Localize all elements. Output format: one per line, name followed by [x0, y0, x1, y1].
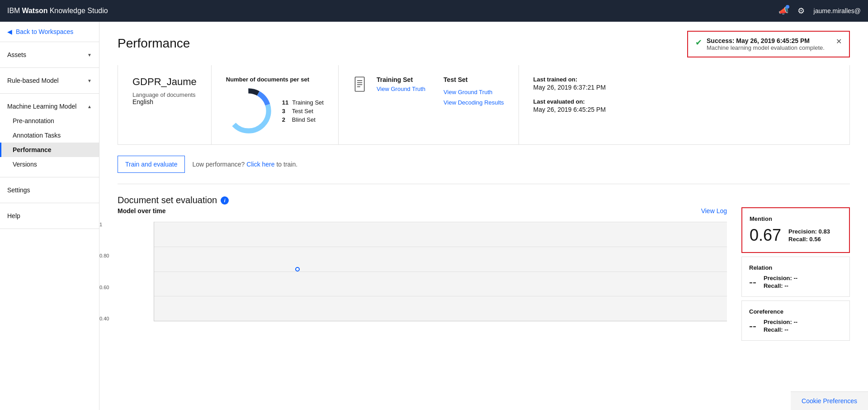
sidebar-item-pre-annotation[interactable]: Pre-annotation: [0, 114, 99, 128]
relation-type-label: Relation: [749, 264, 842, 271]
coreference-recall: Recall: --: [764, 326, 797, 333]
train-section: Train and evaluate Low performance? Clic…: [118, 156, 850, 173]
sidebar-section-rule-model: Rule-based Model ▼: [0, 68, 99, 94]
last-trained-value: May 26, 2019 6:37:21 PM: [533, 84, 606, 91]
coreference-details: Precision: -- Recall: --: [764, 319, 797, 333]
chart-wrapper: [154, 222, 727, 321]
test-set-view-decoding-link[interactable]: View Decoding Results: [443, 99, 504, 106]
chart-area: Model over time View Log Score 1 0.80 0.…: [118, 207, 727, 344]
legend-training-label: Training Set: [292, 99, 324, 106]
legend-blind-label: Blind Set: [292, 116, 316, 123]
test-set-title: Test Set: [443, 76, 504, 83]
click-here-link[interactable]: Click here: [246, 161, 274, 168]
legend-test: 3 Test Set: [282, 108, 324, 114]
relation-score: --: [749, 276, 756, 288]
user-name: jaume.miralles@: [814, 7, 861, 14]
rule-model-label: Rule-based Model: [7, 77, 59, 84]
eval-title-text: Document set evaluation: [118, 195, 217, 205]
grid-line-1: [154, 222, 727, 222]
relation-details: Precision: -- Recall: --: [764, 275, 797, 289]
dates-section: Last trained on: May 26, 2019 6:37:21 PM…: [519, 65, 620, 144]
back-to-workspaces[interactable]: ◀ Back to Workspaces: [0, 22, 99, 42]
sidebar-help-title[interactable]: Help: [0, 209, 99, 223]
versions-label: Versions: [13, 161, 37, 168]
relation-precision-value: --: [793, 275, 797, 281]
coreference-metric-card: Coreference -- Precision: -- Recall: --: [741, 300, 850, 341]
eval-layout: Model over time View Log Score 1 0.80 0.…: [118, 207, 850, 344]
relation-recall: Recall: --: [764, 282, 797, 289]
docs-donut-chart: [226, 88, 271, 133]
last-trained-label: Last trained on:: [533, 76, 606, 83]
y-tick-3: 0.60: [99, 285, 109, 290]
coreference-precision-label: Precision:: [764, 319, 792, 325]
back-chevron-icon: ◀: [7, 28, 12, 35]
data-point: [295, 267, 300, 272]
train-hint: Low performance? Click here to train.: [192, 161, 297, 168]
navbar: IBM Watson Knowledge Studio 📣 ⚙ jaume.mi…: [0, 0, 868, 22]
chart-title: Model over time: [118, 207, 166, 215]
success-notification: ✔ Success: May 26, 2019 6:45:25 PM Machi…: [687, 31, 850, 57]
sidebar-settings-title[interactable]: Settings: [0, 183, 99, 197]
training-set-view-ground-truth-link[interactable]: View Ground Truth: [377, 86, 425, 92]
back-label: Back to Workspaces: [16, 28, 73, 35]
brand-product: Knowledge Studio: [50, 7, 108, 15]
info-icon[interactable]: i: [221, 196, 229, 205]
notification-button[interactable]: 📣: [778, 6, 788, 16]
model-name: GDPR_Jaume: [132, 76, 197, 88]
docs-legend: 11 Training Set 3 Test Set 2 Blind Set: [282, 99, 324, 123]
model-name-section: GDPR_Jaume Language of documents English: [118, 65, 212, 144]
grid-line-2: [154, 247, 727, 247]
notification-close-button[interactable]: ✕: [836, 37, 842, 46]
divider: [118, 184, 850, 184]
model-lang-value: English: [132, 98, 197, 105]
training-test-section: Training Set View Ground Truth Test Set …: [339, 65, 519, 144]
notification-title: Success: May 26, 2019 6:45:25 PM: [707, 37, 831, 44]
sidebar-item-versions[interactable]: Versions: [0, 157, 99, 172]
mention-recall-label: Recall:: [788, 236, 808, 243]
annotation-tasks-label: Annotation Tasks: [13, 132, 61, 139]
mention-details: Precision: 0.83 Recall: 0.56: [788, 228, 830, 243]
train-evaluate-button[interactable]: Train and evaluate: [118, 156, 185, 173]
notification-dot: [786, 5, 789, 9]
coreference-precision-value: --: [793, 319, 797, 325]
sidebar-section-ml-model: Machine Learning Model ▲ Pre-annotation …: [0, 94, 99, 177]
relation-recall-value: --: [784, 282, 788, 289]
brand-watson: Watson: [22, 7, 47, 15]
model-info-card: GDPR_Jaume Language of documents English…: [118, 65, 850, 145]
last-evaluated-value: May 26, 2019 6:45:25 PM: [533, 106, 606, 113]
settings-button[interactable]: ⚙: [797, 6, 805, 16]
mention-precision-label: Precision:: [788, 228, 817, 235]
y-tick-4: 0.40: [99, 316, 109, 321]
test-set-view-ground-truth-link[interactable]: View Ground Truth: [443, 89, 504, 95]
sidebar-ml-model-title[interactable]: Machine Learning Model ▲: [0, 99, 99, 114]
y-tick-2: 0.80: [99, 253, 109, 258]
sidebar-item-annotation-tasks[interactable]: Annotation Tasks: [0, 128, 99, 143]
app-layout: ◀ Back to Workspaces Assets ▼ Rule-based…: [0, 22, 868, 410]
last-evaluated-label: Last evaluated on:: [533, 98, 606, 105]
performance-label: Performance: [13, 146, 52, 153]
mention-score: 0.67: [750, 226, 781, 245]
sidebar-section-settings: Settings: [0, 177, 99, 203]
docs-section: Number of documents per set: [212, 65, 339, 144]
assets-chevron-icon: ▼: [87, 52, 92, 57]
settings-label: Settings: [7, 186, 30, 194]
cookie-preferences-bar[interactable]: Cookie Preferences: [791, 391, 868, 410]
assets-label: Assets: [7, 51, 26, 58]
sidebar-section-help: Help: [0, 203, 99, 229]
grid-line-4: [154, 296, 727, 296]
coreference-recall-label: Recall:: [764, 326, 783, 333]
coreference-score: --: [749, 319, 756, 332]
ml-model-chevron-icon: ▲: [87, 104, 92, 109]
chart-header: Model over time View Log: [118, 207, 727, 215]
relation-metric-card: Relation -- Precision: -- Recall: --: [741, 257, 850, 297]
relation-precision-label: Precision:: [764, 275, 792, 281]
sidebar-item-performance[interactable]: Performance: [0, 143, 99, 157]
coreference-precision: Precision: --: [764, 319, 797, 325]
app-brand: IBM Watson Knowledge Studio: [7, 7, 108, 15]
sidebar-rule-model-title[interactable]: Rule-based Model ▼: [0, 73, 99, 88]
notification-message: Machine learning model evaluation comple…: [707, 44, 831, 51]
legend-blind-count: 2: [282, 116, 288, 123]
coreference-recall-value: --: [784, 326, 788, 333]
sidebar-assets-title[interactable]: Assets ▼: [0, 48, 99, 62]
view-log-link[interactable]: View Log: [701, 207, 727, 215]
